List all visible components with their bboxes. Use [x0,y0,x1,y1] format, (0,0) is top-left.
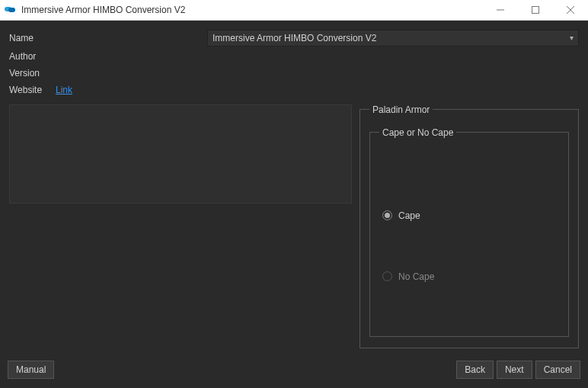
window-title: Immersive Armor HIMBO Conversion V2 [21,5,483,15]
titlebar: Immersive Armor HIMBO Conversion V2 [0,0,588,21]
radio-label: Cape [398,210,420,221]
back-button[interactable]: Back [456,361,494,379]
name-dropdown[interactable]: Immersive Armor HIMBO Conversion V2 ▾ [207,30,579,46]
maximize-button[interactable] [518,0,553,20]
website-label: Website [9,85,51,95]
author-label: Author [9,51,51,62]
radio-label: No Cape [398,271,434,282]
radio-icon [382,210,392,220]
subgroup-cape: Cape or No Cape Cape No Cape [369,127,569,337]
svg-line-4 [567,6,574,14]
group-title: Paladin Armor [369,104,433,115]
name-dropdown-value: Immersive Armor HIMBO Conversion V2 [213,33,376,43]
manual-button[interactable]: Manual [8,361,54,379]
version-label: Version [9,68,51,79]
radio-option-cape[interactable]: Cape [382,210,420,221]
website-link[interactable]: Link [56,85,72,95]
chevron-down-icon: ▾ [570,34,574,42]
app-icon [0,5,21,14]
next-button[interactable]: Next [497,361,532,379]
content-area: Name Immersive Armor HIMBO Conversion V2… [0,21,588,358]
svg-rect-3 [532,6,539,13]
description-box [9,104,352,204]
radio-icon [382,271,392,281]
subgroup-title: Cape or No Cape [379,127,456,138]
svg-rect-1 [8,8,15,12]
footer: Manual Back Next Cancel [0,358,588,388]
group-paladin-armor: Paladin Armor Cape or No Cape Cape No Ca… [360,104,579,348]
radio-option-no-cape[interactable]: No Cape [382,271,434,282]
minimize-button[interactable] [483,0,518,20]
name-label: Name [9,33,51,43]
svg-line-5 [567,6,574,14]
cancel-button[interactable]: Cancel [535,361,580,379]
close-button[interactable] [553,0,588,20]
